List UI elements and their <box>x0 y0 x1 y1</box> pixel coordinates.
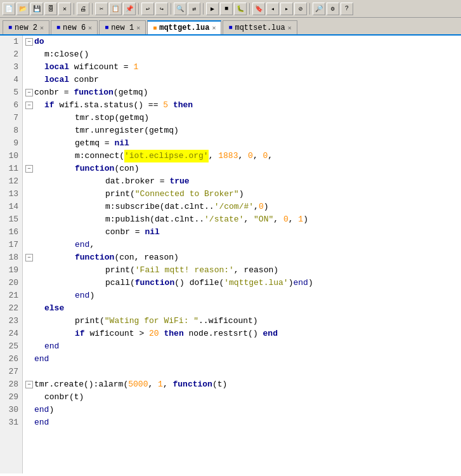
code-line-26: end <box>25 353 458 366</box>
ln-17: 17 <box>4 239 18 251</box>
ln-3: 3 <box>4 61 18 74</box>
code-line-16: conbr = nil <box>25 226 458 239</box>
code-line-5: −conbr = function(getmq) <box>25 86 458 99</box>
ln-10: 10 <box>4 150 18 162</box>
plugin-button[interactable]: ⚙ <box>327 3 339 15</box>
tab-new1-close[interactable]: ✕ <box>136 24 140 32</box>
tab-new1-label: new 1 <box>111 23 134 32</box>
tab-mqttget-close[interactable]: ✕ <box>212 24 216 32</box>
sep3 <box>138 3 139 15</box>
help-button[interactable]: ? <box>341 3 353 15</box>
code-line-14: m:subscribe(dat.clnt..'/com/#',0) <box>25 201 458 213</box>
save-button[interactable]: 💾 <box>30 3 43 15</box>
code-line-24: if wificount > 20 then node.restsrt() en… <box>25 327 458 340</box>
redo-button[interactable]: ↪ <box>155 3 168 15</box>
ln-15: 15 <box>4 213 18 226</box>
save-all-button[interactable]: 🗄 <box>44 3 57 15</box>
copy-button[interactable]: 📋 <box>109 3 122 15</box>
ln-28: 28 <box>4 378 18 391</box>
code-line-17: end, <box>25 239 458 251</box>
bookmark-button[interactable]: 🔖 <box>252 3 265 15</box>
tab-new1-icon: ■ <box>105 24 108 31</box>
tab-mqttget-label: mqttget.lua <box>159 23 209 32</box>
code-editor[interactable]: 1 2 3 4 5 6 7 8 9 10 11 12 13 14 15 16 1… <box>0 36 461 473</box>
print-button[interactable]: 🖨 <box>77 3 89 15</box>
ln-18: 18 <box>4 251 18 264</box>
ln-13: 13 <box>4 188 18 201</box>
replace-button[interactable]: ⇄ <box>188 3 200 15</box>
find-button[interactable]: 🔍 <box>174 3 186 15</box>
toolbar: 📄 📂 💾 🗄 ✕ 🖨 ✂ 📋 📌 ↩ ↪ 🔍 ⇄ ▶ ■ 🐛 🔖 ◂ ▸ ⊘ … <box>0 0 461 18</box>
code-line-4: local conbr <box>25 74 458 86</box>
tab-new1[interactable]: ■ new 1 ✕ <box>99 20 146 34</box>
tab-mqttget[interactable]: ■ mqttget.lua ✕ <box>147 20 221 34</box>
code-line-13: print("Connected to Broker") <box>25 188 458 201</box>
code-line-1: −do <box>25 36 458 48</box>
fold-18[interactable]: − <box>25 254 33 261</box>
code-line-11: −function(con) <box>25 162 458 175</box>
ln-5: 5 <box>4 86 18 99</box>
ln-7: 7 <box>4 112 18 124</box>
code-line-23: print("Wating for WiFi: "..wificount) <box>25 315 458 327</box>
clear-bookmark-button[interactable]: ⊘ <box>294 3 307 15</box>
code-line-7: tmr.stop(getmq) <box>25 112 458 124</box>
fold-6[interactable]: − <box>25 102 33 109</box>
fold-11[interactable]: − <box>25 165 33 173</box>
open-button[interactable]: 📂 <box>16 3 29 15</box>
ln-26: 26 <box>4 353 18 366</box>
code-line-19: print('Fail mqtt! reason:', reason) <box>25 264 458 277</box>
code-line-15: m:publish(dat.clnt..'/state', "ON", 0, 1… <box>25 213 458 226</box>
tab-new2-label: new 2 <box>15 23 37 32</box>
ln-29: 29 <box>4 391 18 404</box>
code-line-6: −if wifi.sta.status() == 5 then <box>25 99 458 112</box>
ln-4: 4 <box>4 74 18 86</box>
paste-button[interactable]: 📌 <box>123 3 136 15</box>
zoom-button[interactable]: 🔎 <box>313 3 325 15</box>
tab-mqttset-close[interactable]: ✕ <box>288 24 292 32</box>
undo-button[interactable]: ↩ <box>141 3 154 15</box>
ln-24: 24 <box>4 327 18 340</box>
tab-mqttget-icon: ■ <box>153 25 157 32</box>
stop-button[interactable]: ■ <box>220 3 233 15</box>
ln-14: 14 <box>4 201 18 213</box>
cut-button[interactable]: ✂ <box>95 3 108 15</box>
fold-1[interactable]: − <box>25 38 33 46</box>
ln-27: 27 <box>4 366 18 378</box>
code-lines[interactable]: −do m:close() local wificount = 1 local … <box>23 36 461 473</box>
ln-11: 11 <box>4 162 18 175</box>
tab-new6[interactable]: ■ new 6 ✕ <box>51 20 98 34</box>
tab-mqttset[interactable]: ■ mqttset.lua ✕ <box>223 20 297 34</box>
next-bookmark-button[interactable]: ▸ <box>280 3 293 15</box>
sep1 <box>74 3 74 15</box>
new-button[interactable]: 📄 <box>3 3 15 15</box>
fold-28[interactable]: − <box>25 381 33 388</box>
tab-new6-close[interactable]: ✕ <box>88 24 92 32</box>
code-line-10: m:connect('iot.eclipse.org', 1883, 0, 0, <box>25 150 458 162</box>
tab-new2-close[interactable]: ✕ <box>40 24 44 32</box>
ln-30: 30 <box>4 404 18 416</box>
code-line-22: else <box>25 302 458 315</box>
ln-31: 31 <box>4 416 18 429</box>
sep2 <box>92 3 93 15</box>
prev-bookmark-button[interactable]: ◂ <box>266 3 279 15</box>
ln-9: 9 <box>4 137 18 150</box>
run-button[interactable]: ▶ <box>206 3 219 15</box>
debug-button[interactable]: 🐛 <box>234 3 247 15</box>
sep7 <box>309 3 310 15</box>
ln-25: 25 <box>4 340 18 353</box>
code-line-8: tmr.unregister(getmq) <box>25 124 458 137</box>
sep5 <box>203 3 204 15</box>
code-line-20: pcall(function() dofile('mqttget.lua')en… <box>25 277 458 289</box>
sep6 <box>249 3 250 15</box>
fold-5[interactable]: − <box>25 89 33 96</box>
code-line-31: end <box>25 416 458 429</box>
tab-mqttset-icon: ■ <box>228 24 232 31</box>
tab-mqttset-label: mqttset.lua <box>235 23 285 32</box>
code-line-9: getmq = nil <box>25 137 458 150</box>
tab-new2[interactable]: ■ new 2 ✕ <box>3 20 49 34</box>
code-line-28: −tmr.create():alarm(5000, 1, function(t) <box>25 378 458 391</box>
ln-16: 16 <box>4 226 18 239</box>
close-button[interactable]: ✕ <box>58 3 71 15</box>
ln-12: 12 <box>4 175 18 188</box>
tab-bar: ■ new 2 ✕ ■ new 6 ✕ ■ new 1 ✕ ■ mqttget.… <box>0 18 461 36</box>
